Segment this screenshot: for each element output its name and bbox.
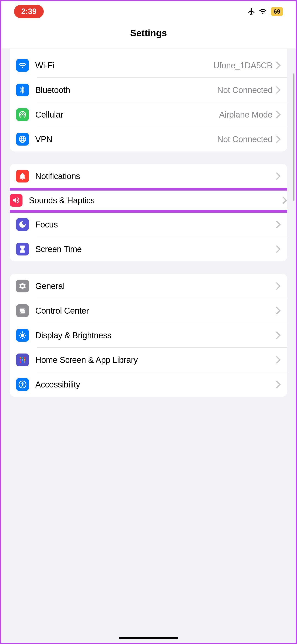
settings-content: Wi-Fi Ufone_1DA5CB Bluetooth Not Connect…: [1, 49, 296, 643]
cellular-value: Airplane Mode: [219, 110, 272, 120]
chevron-right-icon: [276, 136, 281, 143]
controlcenter-row[interactable]: Control Center: [10, 298, 287, 323]
focus-row[interactable]: Focus: [10, 212, 287, 237]
gear-icon: [16, 280, 29, 292]
display-row[interactable]: Display & Brightness: [10, 323, 287, 348]
home-indicator[interactable]: [119, 637, 178, 639]
display-label: Display & Brightness: [35, 330, 276, 340]
sun-icon: [16, 329, 29, 342]
svg-rect-7: [22, 361, 23, 363]
status-bar: 2:39 69: [1, 1, 296, 22]
wifi-row[interactable]: Wi-Fi Ufone_1DA5CB: [10, 53, 287, 78]
battery-indicator: 69: [271, 7, 283, 16]
svg-rect-5: [24, 359, 26, 361]
bluetooth-icon: [16, 84, 29, 96]
wifi-label: Wi-Fi: [35, 61, 213, 70]
moon-icon: [16, 218, 29, 231]
chevron-right-icon: [276, 245, 281, 253]
svg-rect-6: [20, 361, 21, 363]
switches-icon: [16, 304, 29, 317]
accessibility-row[interactable]: Accessibility: [10, 372, 287, 397]
scroll-indicator[interactable]: [293, 74, 294, 201]
speaker-icon: [10, 194, 22, 207]
bluetooth-row[interactable]: Bluetooth Not Connected: [10, 78, 287, 102]
time-indicator: 2:39: [14, 5, 44, 18]
chevron-right-icon: [276, 221, 281, 228]
screentime-label: Screen Time: [35, 244, 276, 254]
bluetooth-value: Not Connected: [217, 85, 272, 95]
homescreen-label: Home Screen & App Library: [35, 355, 276, 365]
system-section: Notifications Sounds & Haptics Focus: [10, 164, 287, 262]
bell-icon: [16, 170, 29, 182]
chevron-right-icon: [276, 111, 281, 118]
svg-rect-4: [22, 359, 23, 361]
chevron-right-icon: [276, 332, 281, 339]
chevron-right-icon: [276, 172, 281, 180]
vpn-value: Not Connected: [217, 134, 272, 144]
wifi-icon: [16, 59, 29, 72]
device-section: General Control Center Display & Brightn…: [10, 274, 287, 397]
page-title: Settings: [1, 28, 296, 38]
accessibility-label: Accessibility: [35, 380, 276, 389]
antenna-icon: [16, 108, 29, 121]
chevron-right-icon: [276, 282, 281, 290]
cellular-label: Cellular: [35, 110, 219, 120]
airplane-mode-icon: [247, 7, 256, 16]
chevron-right-icon: [276, 307, 281, 314]
focus-label: Focus: [35, 220, 276, 230]
svg-point-10: [22, 382, 23, 383]
svg-rect-1: [22, 357, 23, 358]
status-icons: 69: [247, 7, 283, 16]
general-row[interactable]: General: [10, 274, 287, 298]
svg-rect-2: [24, 357, 26, 358]
navigation-header: Settings: [1, 22, 296, 49]
cellular-row[interactable]: Cellular Airplane Mode: [10, 102, 287, 127]
chevron-right-icon: [282, 196, 287, 204]
controlcenter-label: Control Center: [35, 306, 276, 316]
bluetooth-label: Bluetooth: [35, 85, 217, 95]
chevron-right-icon: [276, 381, 281, 388]
grid-icon: [16, 354, 29, 366]
accessibility-icon: [16, 378, 29, 391]
hourglass-icon: [16, 243, 29, 256]
svg-rect-8: [24, 361, 26, 363]
chevron-right-icon: [276, 86, 281, 94]
screentime-row[interactable]: Screen Time: [10, 237, 287, 262]
notifications-label: Notifications: [35, 172, 276, 181]
sounds-haptics-row[interactable]: Sounds & Haptics: [10, 188, 287, 212]
connectivity-section: Wi-Fi Ufone_1DA5CB Bluetooth Not Connect…: [10, 49, 287, 152]
wifi-status-icon: [258, 7, 267, 16]
homescreen-row[interactable]: Home Screen & App Library: [10, 348, 287, 372]
svg-rect-3: [20, 359, 21, 361]
notifications-row[interactable]: Notifications: [10, 164, 287, 188]
wifi-value: Ufone_1DA5CB: [213, 61, 272, 70]
globe-icon: [16, 133, 29, 146]
vpn-row[interactable]: VPN Not Connected: [10, 127, 287, 152]
general-label: General: [35, 281, 276, 291]
svg-rect-0: [20, 357, 21, 358]
chevron-right-icon: [276, 62, 281, 69]
chevron-right-icon: [276, 356, 281, 364]
sounds-label: Sounds & Haptics: [29, 196, 282, 205]
vpn-label: VPN: [35, 134, 217, 144]
